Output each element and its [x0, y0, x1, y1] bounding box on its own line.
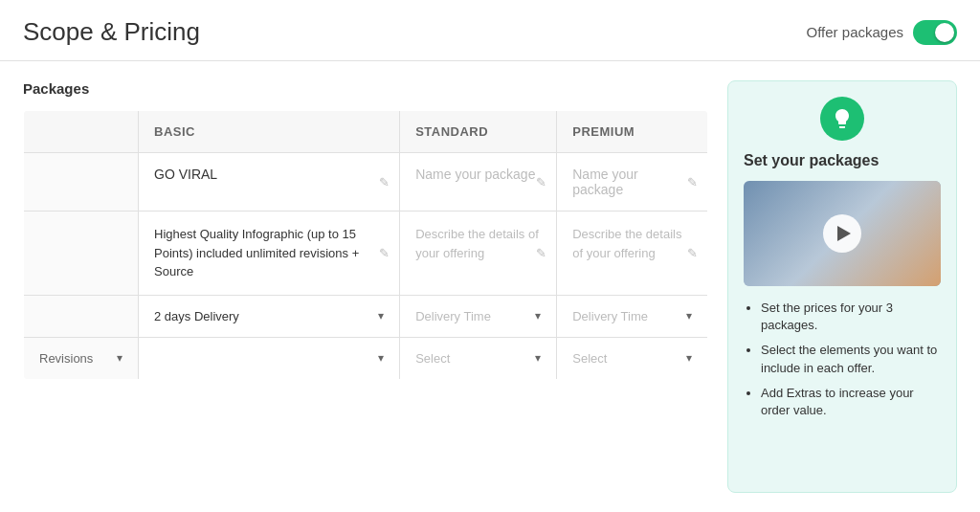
offer-packages-toggle[interactable] — [913, 20, 957, 45]
premium-delivery-placeholder: Delivery Time — [572, 309, 648, 323]
basic-name-text: GO VIRAL — [154, 167, 217, 182]
toggle-thumb — [935, 23, 954, 42]
basic-revisions-chevron: ▾ — [378, 351, 384, 365]
premium-delivery-select[interactable]: Delivery Time ▾ — [572, 309, 692, 323]
basic-name-cell[interactable]: GO VIRAL ✎ — [139, 153, 400, 211]
tip-item-3: Add Extras to increase your order value. — [761, 385, 941, 419]
header: Scope & Pricing Offer packages — [0, 0, 980, 61]
delivery-row: 2 days Delivery ▾ Delivery Time ▾ — [24, 295, 708, 337]
premium-name-placeholder: Name your package — [572, 167, 637, 197]
package-name-row: GO VIRAL ✎ Name your package ✎ Name your… — [24, 153, 708, 211]
basic-desc-cell[interactable]: Highest Quality Infographic (up to 15 Po… — [139, 211, 400, 296]
standard-revisions-select[interactable]: Select ▾ — [415, 351, 541, 366]
premium-revisions-select[interactable]: Select ▾ — [572, 351, 692, 366]
standard-revisions-placeholder: Select — [415, 351, 450, 366]
premium-desc-placeholder: Describe the details of your offering — [572, 227, 681, 260]
premium-delivery-cell[interactable]: Delivery Time ▾ — [557, 295, 708, 337]
tip-icon — [820, 97, 864, 141]
standard-name-cell[interactable]: Name your package ✎ — [400, 153, 557, 211]
revisions-row-chevron: ▾ — [117, 351, 122, 365]
basic-delivery-chevron: ▾ — [378, 309, 384, 323]
basic-delivery-value: 2 days Delivery — [154, 309, 239, 323]
premium-desc-cell[interactable]: Describe the details of your offering ✎ — [557, 211, 708, 296]
lightbulb-icon — [831, 107, 854, 130]
play-button[interactable] — [823, 214, 861, 253]
desc-row-label — [24, 211, 139, 296]
premium-delivery-chevron: ▾ — [686, 309, 692, 323]
play-triangle-icon — [837, 226, 851, 241]
th-empty — [24, 111, 139, 153]
th-premium: PREMIUM — [557, 111, 708, 153]
basic-desc-text: Highest Quality Infographic (up to 15 Po… — [154, 227, 359, 278]
standard-delivery-select[interactable]: Delivery Time ▾ — [415, 309, 541, 323]
tip-list: Set the prices for your 3 packages. Sele… — [744, 300, 941, 419]
offer-packages-group: Offer packages — [807, 20, 957, 45]
basic-delivery-cell[interactable]: 2 days Delivery ▾ — [139, 295, 400, 337]
video-thumbnail[interactable] — [744, 181, 941, 286]
premium-revisions-placeholder: Select — [572, 351, 607, 366]
tip-item-1: Set the prices for your 3 packages. — [761, 300, 941, 334]
standard-delivery-chevron: ▾ — [535, 309, 541, 323]
packages-table: BASIC STANDARD PREMIUM GO VIRAL ✎ — [23, 110, 708, 380]
basic-delivery-select[interactable]: 2 days Delivery ▾ — [154, 309, 384, 323]
revisions-row: Revisions ▾ ▾ Select — [24, 337, 708, 379]
standard-revisions-cell[interactable]: Select ▾ — [400, 337, 557, 379]
basic-revisions-select[interactable]: ▾ — [154, 351, 384, 365]
right-panel: Set your packages Set the prices for you… — [727, 80, 957, 493]
basic-name-edit-icon[interactable]: ✎ — [379, 175, 390, 189]
premium-revisions-chevron: ▾ — [686, 351, 692, 365]
packages-section-title: Packages — [23, 80, 708, 97]
delivery-row-label — [24, 295, 139, 337]
main-content: Packages BASIC STANDARD PREMIUM — [0, 61, 980, 512]
th-basic: BASIC — [139, 111, 400, 153]
set-packages-title: Set your packages — [744, 152, 941, 169]
standard-revisions-chevron: ▾ — [535, 351, 541, 365]
name-row-label — [24, 153, 139, 211]
premium-name-cell[interactable]: Name your package ✎ — [557, 153, 708, 211]
premium-name-edit-icon[interactable]: ✎ — [687, 175, 698, 189]
page-title: Scope & Pricing — [23, 17, 200, 47]
standard-name-edit-icon[interactable]: ✎ — [536, 175, 546, 189]
revisions-label: Revisions — [39, 351, 93, 366]
standard-desc-edit-icon[interactable]: ✎ — [536, 246, 546, 260]
page-container: Scope & Pricing Offer packages Packages … — [0, 0, 980, 512]
basic-desc-edit-icon[interactable]: ✎ — [379, 246, 390, 260]
description-row: Highest Quality Infographic (up to 15 Po… — [24, 211, 708, 296]
basic-revisions-cell[interactable]: ▾ — [139, 337, 400, 379]
revisions-row-label: Revisions ▾ — [24, 337, 139, 379]
tip-item-2: Select the elements you want to include … — [761, 342, 941, 376]
standard-desc-placeholder: Describe the details of your offering — [415, 227, 539, 260]
standard-name-placeholder: Name your package — [415, 167, 535, 182]
left-section: Packages BASIC STANDARD PREMIUM — [23, 80, 708, 493]
premium-revisions-cell[interactable]: Select ▾ — [557, 337, 708, 379]
premium-desc-edit-icon[interactable]: ✎ — [687, 246, 698, 260]
standard-desc-cell[interactable]: Describe the details of your offering ✎ — [400, 211, 557, 296]
standard-delivery-placeholder: Delivery Time — [415, 309, 491, 323]
standard-delivery-cell[interactable]: Delivery Time ▾ — [400, 295, 557, 337]
th-standard: STANDARD — [400, 111, 557, 153]
offer-packages-label: Offer packages — [807, 24, 903, 40]
